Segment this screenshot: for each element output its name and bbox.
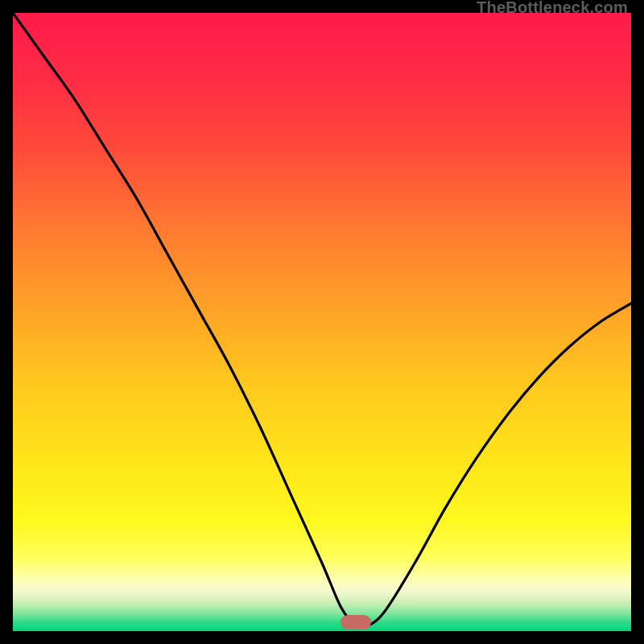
chart-frame: TheBottleneck.com	[0, 0, 644, 644]
bottleneck-curve	[13, 13, 631, 631]
minimum-marker	[341, 615, 371, 630]
watermark-text: TheBottleneck.com	[477, 0, 628, 17]
plot-area	[13, 13, 631, 631]
